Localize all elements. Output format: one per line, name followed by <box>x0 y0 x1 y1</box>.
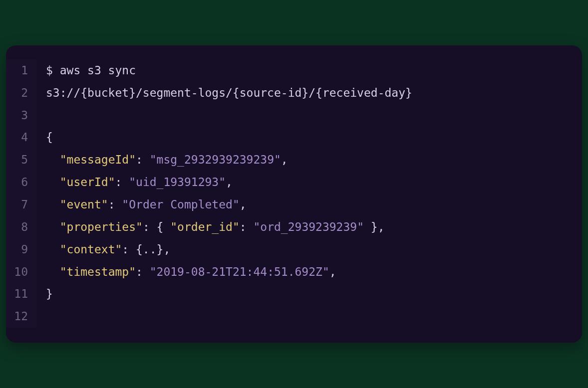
code-line[interactable]: 3 <box>6 104 582 127</box>
code-token: "properties" <box>60 220 143 233</box>
code-token <box>46 265 60 278</box>
line-number: 1 <box>6 59 37 82</box>
code-token: : <box>115 176 129 189</box>
code-token: "userId" <box>60 176 115 189</box>
line-number: 3 <box>6 104 37 127</box>
code-token: , <box>226 176 233 189</box>
code-panel: 1$ aws s3 sync2s3://{bucket}/segment-log… <box>6 45 582 343</box>
code-content[interactable]: "timestamp": "2019-08-21T21:44:51.692Z", <box>37 261 336 283</box>
code-line[interactable]: 1$ aws s3 sync <box>6 59 582 82</box>
code-content[interactable]: $ aws s3 sync <box>37 59 136 82</box>
code-content[interactable]: { <box>37 126 53 149</box>
code-line[interactable]: 6 "userId": "uid_19391293", <box>6 171 582 194</box>
code-token: "event" <box>60 198 108 211</box>
code-token <box>46 198 60 211</box>
code-token <box>46 243 60 256</box>
code-line[interactable]: 12 <box>6 305 582 328</box>
code-line[interactable]: 5 "messageId": "msg_2932939239239", <box>6 149 582 171</box>
line-number: 10 <box>6 261 37 283</box>
line-number: 6 <box>6 171 37 194</box>
code-token: "2019-08-21T21:44:51.692Z" <box>150 265 329 278</box>
code-block[interactable]: 1$ aws s3 sync2s3://{bucket}/segment-log… <box>6 59 582 328</box>
code-content[interactable]: "userId": "uid_19391293", <box>37 171 233 194</box>
code-token: "order_id" <box>170 220 239 233</box>
line-number: 2 <box>6 82 37 104</box>
line-number: 11 <box>6 283 37 305</box>
code-token: "messageId" <box>60 153 136 166</box>
code-token <box>46 176 60 189</box>
code-content[interactable]: "context": {..}, <box>37 238 170 261</box>
line-number: 9 <box>6 238 37 261</box>
code-token: : <box>240 220 254 233</box>
code-token: "ord_2939239239" <box>253 220 364 233</box>
code-token: : <box>108 198 122 211</box>
line-number: 5 <box>6 149 37 171</box>
code-line[interactable]: 9 "context": {..}, <box>6 238 582 261</box>
line-number: 12 <box>6 305 37 328</box>
code-line[interactable]: 4{ <box>6 126 582 149</box>
code-content[interactable] <box>37 104 53 127</box>
code-line[interactable]: 7 "event": "Order Completed", <box>6 194 582 216</box>
code-token: $ aws s3 sync <box>46 64 136 77</box>
code-line[interactable]: 2s3://{bucket}/segment-logs/{source-id}/… <box>6 82 582 104</box>
code-token: , <box>281 153 288 166</box>
line-number: 4 <box>6 126 37 149</box>
code-content[interactable]: "properties": { "order_id": "ord_2939239… <box>37 216 385 238</box>
code-content[interactable]: } <box>37 283 53 305</box>
code-token: "uid_19391293" <box>129 176 226 189</box>
code-token: : {..}, <box>122 243 170 256</box>
code-token: : <box>136 265 150 278</box>
code-token: "context" <box>60 243 122 256</box>
code-content[interactable]: s3://{bucket}/segment-logs/{source-id}/{… <box>37 82 412 104</box>
code-content[interactable]: "event": "Order Completed", <box>37 194 247 216</box>
line-number: 7 <box>6 194 37 216</box>
code-token: , <box>329 265 336 278</box>
code-token <box>46 220 60 233</box>
code-token: "Order Completed" <box>122 198 239 211</box>
code-content[interactable]: "messageId": "msg_2932939239239", <box>37 149 288 171</box>
code-token: } <box>46 287 53 300</box>
code-token <box>46 153 60 166</box>
code-token: }, <box>364 220 385 233</box>
code-line[interactable]: 10 "timestamp": "2019-08-21T21:44:51.692… <box>6 261 582 283</box>
code-token: : { <box>143 220 170 233</box>
code-content[interactable] <box>37 305 53 328</box>
code-token: s3://{bucket}/segment-logs/{source-id}/{… <box>46 86 412 99</box>
code-line[interactable]: 8 "properties": { "order_id": "ord_29392… <box>6 216 582 238</box>
code-token: : <box>136 153 150 166</box>
code-line[interactable]: 11} <box>6 283 582 305</box>
code-token: , <box>240 198 247 211</box>
code-token: "msg_2932939239239" <box>150 153 281 166</box>
code-token: { <box>46 131 53 144</box>
code-token: "timestamp" <box>60 265 136 278</box>
line-number: 8 <box>6 216 37 238</box>
